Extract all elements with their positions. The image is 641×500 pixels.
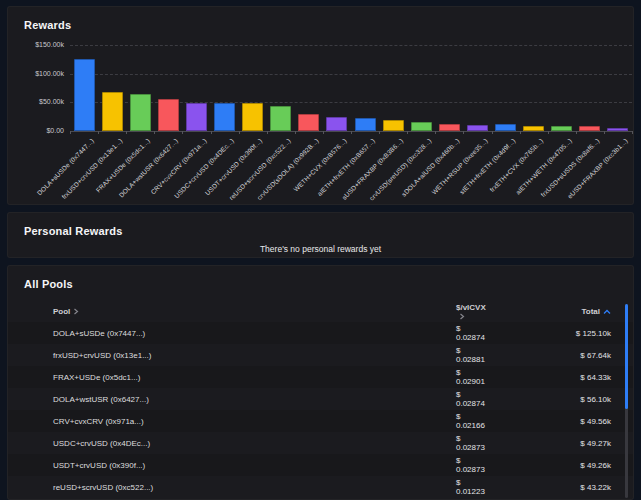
chart-bar[interactable]	[355, 118, 376, 131]
table-row[interactable]: CRV+cvxCRV (0x971a...)$ 0.02166$ 49.56k	[8, 410, 633, 432]
chart-x-label: DOLA+sUSDe (0x7447...)	[35, 137, 95, 197]
total-cell: $ 49.26k	[491, 461, 611, 470]
column-header-vlcvx[interactable]: $/vlCVX	[456, 303, 491, 322]
chart-bar[interactable]	[383, 120, 404, 131]
all-pools-card: All Pools Pool $/vlCVX Total DOLA+sUSDe …	[7, 265, 634, 500]
table-row[interactable]: frxUSD+crvUSD (0x13e1...)$ 0.02881$ 67.6…	[8, 344, 633, 366]
total-cell: $ 43.22k	[491, 483, 611, 492]
total-cell: $ 125.10k	[491, 329, 611, 338]
chart-x-label: frxETH+CVX (0x765b...)	[488, 137, 544, 193]
chart-x-label: FRAX+USDe (0x5dc1...)	[95, 137, 152, 194]
table-row[interactable]: USDT+crvUSD (0x390f...)$ 0.02873$ 49.26k	[8, 454, 633, 476]
pool-name-cell: frxUSD+crvUSD (0x13e1...)	[53, 351, 456, 360]
x-axis-tick	[379, 131, 380, 134]
x-axis-tick	[211, 131, 212, 134]
table-row[interactable]: DOLA+sUSDe (0x7447...)$ 0.02874$ 125.10k	[8, 322, 633, 344]
column-header-total[interactable]: Total	[491, 307, 611, 317]
personal-rewards-empty-message: There's no personal rewards yet	[8, 244, 633, 254]
table-row[interactable]: DOLA+wstUSR (0x6427...)$ 0.02874$ 56.10k	[8, 388, 633, 410]
x-axis-tick	[70, 131, 71, 134]
chart-bar[interactable]	[523, 126, 544, 131]
y-axis-tick-label: $0.00	[8, 127, 64, 134]
table-row[interactable]: reUSD+scrvUSD (0xc522...)$ 0.01223$ 43.2…	[8, 476, 633, 498]
chart-bar[interactable]	[439, 124, 460, 131]
personal-rewards-title: Personal Rewards	[8, 213, 633, 237]
x-axis-tick	[520, 131, 521, 134]
chart-bar[interactable]	[270, 106, 291, 131]
chart-bar[interactable]	[551, 126, 572, 131]
x-axis-tick	[492, 131, 493, 134]
x-axis-tick	[632, 131, 633, 134]
pools-table-header: Pool $/vlCVX Total	[8, 302, 633, 322]
chart-bar[interactable]	[298, 114, 319, 131]
chart-bar[interactable]	[102, 92, 123, 131]
chart-x-label: eUSD+FRAXBP (0xc3b1...)	[566, 137, 629, 200]
chevron-right-icon	[459, 313, 465, 322]
y-axis-tick-label: $150.00k	[8, 41, 64, 48]
x-axis-tick	[407, 131, 408, 134]
chevron-right-icon	[73, 308, 79, 317]
chart-bar[interactable]	[130, 94, 151, 131]
pool-name-cell: USDT+crvUSD (0x390f...)	[53, 461, 456, 470]
pool-name-cell: reUSD+scrvUSD (0xc522...)	[53, 483, 456, 492]
pool-name-cell: DOLA+sUSDe (0x7447...)	[53, 329, 456, 338]
total-cell: $ 64.33k	[491, 373, 611, 382]
x-axis-tick	[267, 131, 268, 134]
chart-x-label: CRV+cvxCRV (0x971a...)	[149, 137, 208, 196]
personal-rewards-card: Personal Rewards There's no personal rew…	[7, 212, 634, 258]
y-axis-tick-label: $50.00k	[8, 98, 64, 105]
all-pools-title: All Pools	[8, 266, 633, 290]
x-axis-tick	[154, 131, 155, 134]
pool-name-cell: FRAX+USDe (0x5dc1...)	[53, 373, 456, 382]
chart-x-label: stETH+frxETH (0x4d9f...)	[458, 137, 516, 195]
per-vlcvx-cell: $ 0.02873	[456, 434, 491, 452]
per-vlcvx-cell: $ 0.02881	[456, 346, 491, 364]
x-axis-tick	[548, 131, 549, 134]
y-axis-tick-label: $100.00k	[8, 70, 64, 77]
chart-gridline	[70, 102, 632, 103]
chart-x-label: sDOLA+alUSD (0x460b...)	[400, 137, 461, 198]
chart-bar[interactable]	[607, 128, 628, 131]
column-header-pool[interactable]: Pool	[53, 307, 456, 317]
chart-bar[interactable]	[467, 125, 488, 131]
rewards-bar-chart: $0.00$50.00k$100.00k$150.00k DOLA+sUSDe …	[8, 7, 633, 204]
table-row[interactable]: USDC+crvUSD (0x4DEc...)$ 0.02873$ 49.27k	[8, 432, 633, 454]
pool-name-cell: CRV+cvxCRV (0x971a...)	[53, 417, 456, 426]
per-vlcvx-cell: $ 0.02873	[456, 456, 491, 474]
total-cell: $ 49.56k	[491, 417, 611, 426]
table-scrollbar-thumb[interactable]	[625, 304, 628, 409]
x-axis-tick	[239, 131, 240, 134]
chart-bar[interactable]	[214, 103, 235, 131]
chart-x-label: WETH+CVX (0xB576...)	[292, 137, 348, 193]
x-axis-tick	[435, 131, 436, 134]
per-vlcvx-cell: $ 0.02874	[456, 390, 491, 408]
per-vlcvx-cell: $ 0.02166	[456, 412, 491, 430]
chart-bar[interactable]	[158, 99, 179, 131]
chart-x-label: WETH+RSUP (0xee35...)	[430, 137, 489, 196]
pool-name-cell: DOLA+wstUSR (0x6427...)	[53, 395, 456, 404]
per-vlcvx-cell: $ 0.01223	[456, 478, 491, 496]
chart-x-label: USDT+crvUSD (0x390f...)	[204, 137, 264, 197]
chevron-up-icon	[603, 308, 611, 317]
chart-x-label: alETH+frxETH (0xB657...)	[316, 137, 376, 197]
chart-x-label: alETH+WETH (0x4705...)	[514, 137, 573, 196]
chart-bar[interactable]	[326, 117, 347, 131]
chart-bar[interactable]	[186, 103, 207, 131]
x-axis-tick	[351, 131, 352, 134]
x-axis-tick	[576, 131, 577, 134]
per-vlcvx-cell: $ 0.02901	[456, 368, 491, 386]
x-axis-tick	[126, 131, 127, 134]
chart-bar[interactable]	[74, 59, 95, 131]
chart-bar[interactable]	[411, 122, 432, 131]
x-axis-tick	[323, 131, 324, 134]
pool-name-cell: USDC+crvUSD (0x4DEc...)	[53, 439, 456, 448]
rewards-card: Rewards $0.00$50.00k$100.00k$150.00k DOL…	[7, 6, 634, 205]
x-axis-tick	[604, 131, 605, 134]
chart-bar[interactable]	[242, 103, 263, 131]
table-row[interactable]: FRAX+USDe (0x5dc1...)$ 0.02901$ 64.33k	[8, 366, 633, 388]
chart-bar[interactable]	[495, 124, 516, 131]
chart-bar[interactable]	[579, 126, 600, 131]
chart-gridline	[70, 74, 632, 75]
x-axis-tick	[463, 131, 464, 134]
x-axis-tick	[295, 131, 296, 134]
